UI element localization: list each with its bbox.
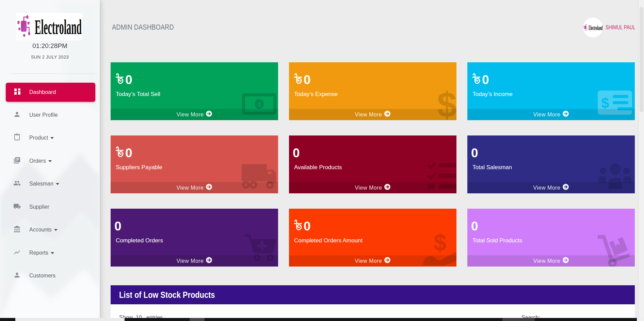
svg-text:Electroland: Electroland: [589, 25, 603, 31]
svg-text:$: $: [434, 234, 447, 255]
svg-text:Electroland: Electroland: [35, 15, 82, 38]
